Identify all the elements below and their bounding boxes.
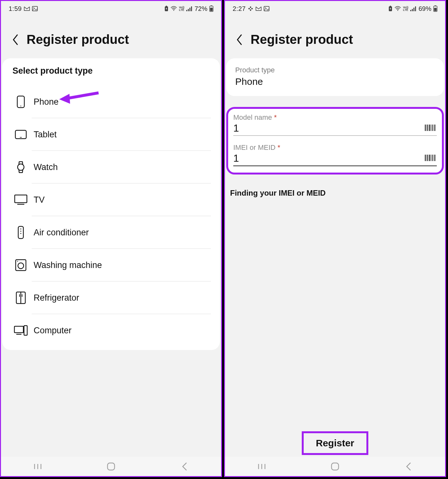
- svg-rect-41: [251, 8, 253, 9]
- card-title: Select product type: [11, 66, 211, 76]
- svg-rect-8: [191, 6, 192, 11]
- battery-icon: [433, 5, 437, 12]
- tablet-icon: [11, 130, 30, 139]
- svg-rect-17: [15, 195, 27, 203]
- status-time: 1:59: [9, 5, 22, 12]
- android-navbar: [225, 457, 445, 476]
- product-item-phone[interactable]: Phone: [11, 85, 211, 118]
- svg-point-24: [18, 263, 24, 269]
- svg-rect-38: [108, 463, 115, 470]
- svg-rect-5: [186, 10, 187, 11]
- svg-point-20: [20, 228, 21, 229]
- svg-rect-54: [434, 8, 437, 11]
- svg-point-22: [20, 233, 21, 234]
- recents-button[interactable]: [31, 460, 44, 473]
- field-label: Model name *: [233, 113, 437, 122]
- svg-rect-10: [211, 5, 212, 6]
- product-label: Tablet: [30, 130, 211, 140]
- barcode-icon[interactable]: [425, 154, 437, 163]
- model-name-field: Model name * 1: [233, 113, 437, 136]
- svg-rect-15: [20, 137, 22, 138]
- gmail-icon: [24, 6, 30, 11]
- phone-icon: [11, 95, 30, 108]
- home-button[interactable]: [329, 460, 341, 473]
- imei-field: IMEI or MEID * 1: [233, 143, 437, 166]
- product-label: Air conditioner: [30, 228, 211, 238]
- imei-help-link[interactable]: Finding your IMEI or MEID: [230, 189, 440, 198]
- battery-icon: [209, 5, 213, 12]
- fridge-icon: [11, 291, 30, 304]
- barcode-icon[interactable]: [425, 124, 437, 133]
- home-button[interactable]: [105, 460, 117, 473]
- svg-rect-40: [250, 6, 251, 8]
- gallery-icon: [32, 6, 38, 11]
- page-header: Register product: [225, 16, 445, 56]
- android-navbar: [1, 457, 221, 476]
- battery-percent: 69%: [419, 5, 431, 12]
- svg-rect-51: [415, 6, 416, 11]
- svg-rect-76: [332, 463, 339, 470]
- computer-icon: [11, 325, 30, 336]
- product-item-tv[interactable]: TV: [11, 183, 211, 216]
- required-mark: *: [274, 113, 277, 121]
- model-name-input[interactable]: 1: [233, 122, 425, 134]
- volte-icon: Vo))LTE: [403, 6, 408, 11]
- svg-rect-53: [435, 5, 436, 6]
- svg-rect-19: [18, 226, 23, 239]
- imei-input[interactable]: 1: [233, 152, 425, 164]
- page-title: Register product: [251, 32, 353, 47]
- svg-rect-11: [210, 8, 213, 11]
- gmail-icon: [255, 6, 262, 11]
- back-button[interactable]: [235, 35, 244, 45]
- svg-point-4: [173, 10, 174, 11]
- signal-icon: [410, 6, 417, 11]
- product-type-value: Phone: [235, 76, 435, 87]
- svg-rect-48: [410, 10, 411, 11]
- battery-saver-icon: [164, 6, 169, 12]
- svg-rect-49: [412, 9, 413, 11]
- svg-point-1: [33, 7, 34, 8]
- svg-rect-46: [390, 6, 391, 6]
- washer-icon: [11, 259, 30, 271]
- product-label: Phone: [30, 97, 211, 107]
- product-item-fridge[interactable]: Refrigerator: [11, 281, 211, 314]
- svg-point-16: [18, 164, 24, 170]
- wifi-icon: [171, 6, 177, 11]
- watch-icon: [11, 161, 30, 174]
- product-item-watch[interactable]: Watch: [11, 151, 211, 183]
- page-title: Register product: [27, 32, 129, 47]
- svg-rect-30: [14, 326, 23, 333]
- slack-icon: [248, 6, 253, 12]
- back-nav-button[interactable]: [402, 460, 415, 473]
- recents-button[interactable]: [255, 460, 268, 473]
- product-item-computer[interactable]: Computer: [11, 314, 211, 347]
- svg-rect-50: [413, 8, 414, 11]
- tv-icon: [11, 194, 30, 205]
- product-type-summary-card: Product type Phone: [226, 58, 444, 96]
- status-bar: 1:59 Vo))LTE 72%: [1, 1, 221, 16]
- left-screenshot: 1:59 Vo))LTE 72%: [0, 0, 222, 477]
- product-label: TV: [30, 195, 211, 205]
- svg-point-25: [17, 261, 18, 262]
- product-item-washer[interactable]: Washing machine: [11, 249, 211, 281]
- svg-rect-3: [166, 6, 167, 6]
- wifi-icon: [395, 6, 401, 11]
- product-label: Watch: [30, 162, 211, 172]
- back-button[interactable]: [11, 35, 20, 45]
- svg-point-13: [20, 106, 21, 107]
- status-time: 2:27: [233, 5, 246, 12]
- product-label: Refrigerator: [30, 293, 211, 303]
- product-item-tablet[interactable]: Tablet: [11, 118, 211, 151]
- svg-rect-42: [250, 9, 251, 11]
- product-type-card: Select product type Phone Tablet: [2, 58, 220, 350]
- signal-icon: [186, 6, 193, 11]
- required-mark: *: [277, 143, 280, 151]
- product-type-label: Product type: [235, 66, 435, 74]
- product-item-aircon[interactable]: Air conditioner: [11, 216, 211, 249]
- product-type-list: Phone Tablet Watch: [11, 85, 211, 347]
- svg-point-21: [20, 231, 21, 231]
- svg-rect-7: [189, 8, 190, 11]
- aircon-icon: [11, 226, 30, 239]
- register-button[interactable]: Register: [302, 431, 368, 455]
- back-nav-button[interactable]: [178, 460, 191, 473]
